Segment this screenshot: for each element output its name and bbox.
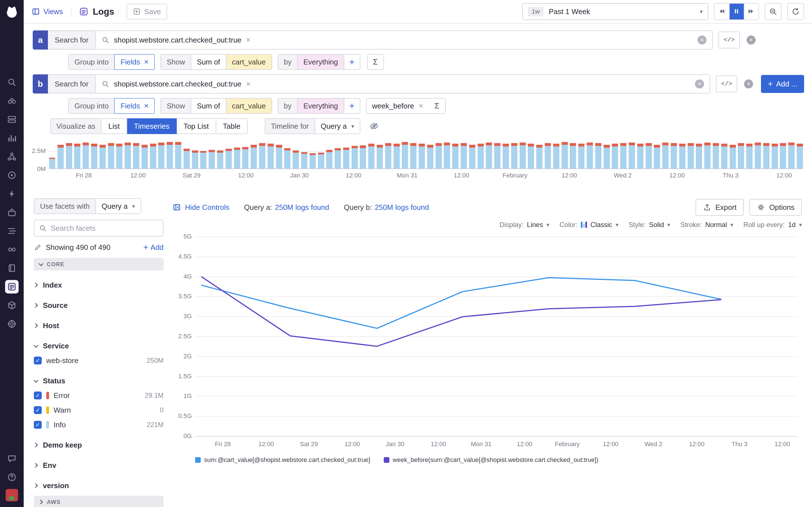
timeline-bar[interactable] — [730, 145, 736, 168]
timeline-bar[interactable] — [662, 143, 668, 168]
aggregation-select-a[interactable]: Sum of — [191, 54, 225, 70]
timeline-bar[interactable] — [360, 145, 366, 168]
timeline-bar[interactable] — [150, 144, 156, 168]
timeline-bar[interactable] — [620, 143, 626, 168]
timeline-bar[interactable] — [511, 143, 517, 168]
host-list-nav-icon[interactable] — [5, 113, 18, 126]
display-select[interactable]: Display:Lines▾ — [499, 221, 549, 229]
group-by-token-a[interactable]: Everything — [297, 54, 344, 70]
facet-search-box[interactable] — [34, 220, 163, 237]
timeline-bar[interactable] — [310, 153, 316, 168]
checkbox-checked-icon[interactable]: ✓ — [34, 421, 42, 429]
timeline-bar[interactable] — [562, 142, 568, 168]
options-button[interactable]: Options — [749, 199, 802, 216]
aggregate-function-button-a[interactable]: Σ — [367, 54, 384, 70]
timeline-bar[interactable] — [780, 143, 786, 168]
viz-option-table[interactable]: Table — [216, 118, 248, 134]
timeline-bar[interactable] — [175, 142, 181, 168]
facet-group-index[interactable]: Index — [34, 279, 163, 291]
remove-fields-icon[interactable]: × — [144, 57, 149, 66]
clear-query-a-icon[interactable]: × — [698, 36, 707, 45]
remove-week-before-icon[interactable]: × — [418, 101, 423, 110]
timeline-bar[interactable] — [385, 143, 391, 168]
measure-token-a[interactable]: cart_value — [226, 54, 272, 70]
skip-forward-button[interactable] — [744, 4, 758, 19]
timeline-bar[interactable] — [612, 144, 618, 168]
style-select[interactable]: Style:Solid▾ — [629, 221, 670, 229]
timeline-bar[interactable] — [394, 144, 400, 168]
hide-controls-button[interactable]: Hide Controls — [172, 203, 230, 212]
facet-query-select[interactable]: Query a▾ — [95, 198, 141, 214]
edit-facets-icon[interactable] — [34, 243, 42, 251]
notebooks-nav-icon[interactable] — [5, 262, 18, 275]
timeline-bar[interactable] — [142, 145, 148, 168]
facet-group-demo-keep[interactable]: Demo keep — [34, 439, 163, 451]
timeline-bar[interactable] — [284, 148, 290, 168]
timeline-bar[interactable] — [402, 142, 408, 168]
timeline-bar[interactable] — [100, 145, 106, 168]
query-letter-a[interactable]: a — [33, 31, 48, 50]
group-by-token-b[interactable]: Everything — [297, 98, 344, 114]
help-nav-icon[interactable] — [5, 470, 18, 484]
metrics-nav-icon[interactable] — [5, 131, 18, 145]
facet-group-status[interactable]: Status — [34, 375, 163, 386]
hide-timeline-icon[interactable] — [369, 121, 379, 131]
series-line-0[interactable] — [202, 278, 721, 328]
timeline-bars[interactable] — [49, 142, 803, 169]
views-button[interactable]: Views — [32, 7, 71, 16]
timeline-bar[interactable] — [604, 145, 610, 168]
timeline-bar[interactable] — [91, 144, 97, 168]
timeline-bar[interactable] — [427, 145, 434, 168]
timeline-bar[interactable] — [629, 143, 635, 168]
aggregate-function-button-b[interactable]: Σ — [429, 98, 446, 114]
integrations-nav-icon[interactable] — [5, 206, 18, 219]
timeline-bar[interactable] — [646, 143, 652, 168]
remove-query-a-icon[interactable]: × — [747, 36, 756, 45]
timeline-bar[interactable] — [477, 144, 484, 168]
group-fields-token-b[interactable]: Fields× — [114, 98, 155, 114]
stroke-select[interactable]: Stroke:Normal▾ — [680, 221, 733, 229]
timeline-bar[interactable] — [746, 144, 753, 168]
timeline-bar[interactable] — [536, 145, 543, 168]
pause-button[interactable] — [729, 4, 744, 19]
facet-section-core[interactable]: CORE — [34, 258, 163, 270]
timeline-bar[interactable] — [200, 151, 206, 168]
viz-option-top-list[interactable]: Top List — [177, 118, 216, 134]
viz-option-list[interactable]: List — [101, 118, 127, 134]
logs-nav-icon[interactable] — [5, 280, 18, 293]
add-query-button[interactable]: +Add ... — [761, 75, 804, 93]
add-group-by-icon-a[interactable]: + — [344, 54, 360, 70]
facet-group-host[interactable]: Host — [34, 320, 163, 331]
timeline-bar[interactable] — [267, 144, 274, 168]
checkbox-checked-icon[interactable]: ✓ — [34, 356, 42, 364]
query-b-results-link[interactable]: 250M logs found — [375, 203, 429, 212]
facet-group-version[interactable]: version — [34, 480, 163, 491]
timeline-bar[interactable] — [578, 144, 585, 168]
add-group-by-icon-b[interactable]: + — [344, 98, 360, 114]
timeline-query-select[interactable]: Query a▾ — [315, 118, 361, 134]
query-search-input-a[interactable]: shopist.webstore.cart.checked_out:true ×… — [96, 31, 713, 50]
timeline-bar[interactable] — [788, 143, 795, 168]
timeline-bar[interactable] — [83, 143, 89, 168]
timeline-bar[interactable] — [343, 148, 349, 168]
color-select[interactable]: Color:Classic▾ — [559, 221, 618, 229]
timeline-bar[interactable] — [293, 151, 299, 168]
timeline-bar[interactable] — [158, 143, 164, 168]
timeline-bar[interactable] — [377, 145, 383, 168]
facet-value-info[interactable]: ✓Info221M — [34, 419, 163, 431]
pipelines-nav-icon[interactable] — [5, 224, 18, 238]
add-facet-button[interactable]: +Add — [143, 243, 163, 252]
legend-item-query-b[interactable]: week_before(sum:@cart_value[@shopist.web… — [384, 456, 598, 464]
group-fields-token-a[interactable]: Fields× — [114, 54, 155, 70]
timeline-bar[interactable] — [755, 143, 761, 168]
cube-nav-icon[interactable] — [5, 298, 18, 312]
facet-value-error[interactable]: ✓Error29.1M — [34, 390, 163, 401]
timeline-bar[interactable] — [713, 143, 719, 168]
timeline-bar[interactable] — [301, 152, 307, 168]
facet-section-aws[interactable]: AWS — [34, 496, 163, 507]
skip-back-button[interactable] — [714, 4, 729, 19]
timeline-bar[interactable] — [276, 145, 282, 168]
timeline-bar[interactable] — [217, 151, 223, 168]
timeline-bar[interactable] — [167, 142, 173, 168]
service-map-nav-icon[interactable] — [5, 168, 18, 182]
